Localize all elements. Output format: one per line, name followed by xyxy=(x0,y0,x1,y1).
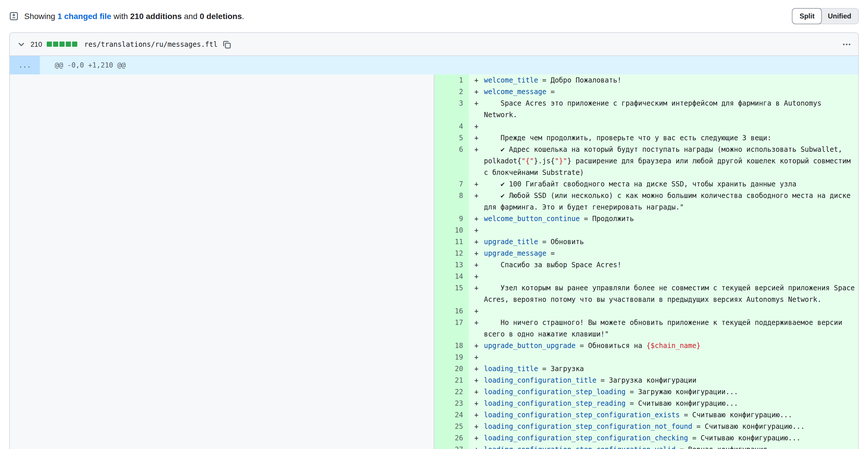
file-diff-icon[interactable] xyxy=(9,11,19,21)
diff-line: 17+ Но ничего страшного! Вы можете обнов… xyxy=(434,317,858,340)
line-number[interactable]: 15 xyxy=(434,282,469,305)
diff-summary-text: Showing 1 changed file with 210 addition… xyxy=(24,11,244,21)
diff-line: 6+ ✔ Адрес кошелька на который будут пос… xyxy=(434,144,858,178)
diffstat-addition-block xyxy=(47,41,52,47)
line-number[interactable]: 11 xyxy=(434,236,469,247)
code-line-content: loading_title = Загрузка xyxy=(484,363,858,375)
addition-marker: + xyxy=(469,282,484,305)
line-number[interactable]: 6 xyxy=(434,144,469,178)
addition-marker: + xyxy=(469,213,484,224)
code-line-content: loading_configuration_step_reading = Счи… xyxy=(484,398,858,409)
unified-view-button[interactable]: Unified xyxy=(819,8,859,24)
addition-marker: + xyxy=(469,178,484,190)
diff-line: 21+loading_configuration_title = Загрузк… xyxy=(434,375,858,386)
code-line-content: upgrade_button_upgrade = Обновиться на {… xyxy=(484,340,858,352)
file-diff-card: 210 res/translations/ru/messages.ftl ...… xyxy=(9,32,859,449)
line-number[interactable]: 27 xyxy=(434,444,469,449)
file-name: res/translations/ru/messages.ftl xyxy=(84,40,217,48)
addition-marker: + xyxy=(469,340,484,352)
code-line-content: loading_configuration_step_configuration… xyxy=(484,444,858,449)
diff-line: 12+upgrade_message = xyxy=(434,247,858,259)
hunk-header-row: ... @@ -0,0 +1,210 @@ xyxy=(10,56,858,74)
diff-line: 18+upgrade_button_upgrade = Обновиться н… xyxy=(434,340,858,352)
diffstat-addition-block xyxy=(72,41,77,47)
split-diff: 1+welcome_title = Добро Пожаловать!2+wel… xyxy=(10,74,858,449)
code-line-content: loading_configuration_step_loading = Заг… xyxy=(484,386,858,398)
line-number[interactable]: 13 xyxy=(434,259,469,271)
code-line-content: Спасибо за выбор Space Acres! xyxy=(484,259,858,271)
line-number[interactable]: 21 xyxy=(434,375,469,386)
diff-line: 8+ ✔ Любой SSD (или несколько) с как мож… xyxy=(434,190,858,213)
diff-line: 19+ xyxy=(434,352,858,363)
code-line-content xyxy=(484,305,858,317)
line-number[interactable]: 1 xyxy=(434,74,469,86)
summary-deletions: 0 deletions xyxy=(200,11,242,21)
code-line-content: loading_configuration_title = Загрузка к… xyxy=(484,375,858,386)
line-number[interactable]: 9 xyxy=(434,213,469,224)
diff-page: Showing 1 changed file with 210 addition… xyxy=(0,0,868,449)
line-number[interactable]: 19 xyxy=(434,352,469,363)
line-number[interactable]: 17 xyxy=(434,317,469,340)
line-number[interactable]: 18 xyxy=(434,340,469,352)
code-line-content xyxy=(484,271,858,282)
line-number[interactable]: 8 xyxy=(434,190,469,213)
diff-summary-bar: Showing 1 changed file with 210 addition… xyxy=(0,0,868,32)
diff-line: 24+loading_configuration_step_configurat… xyxy=(434,409,858,421)
addition-marker: + xyxy=(469,444,484,449)
code-line-content: ✔ Любой SSD (или несколько) с как можно … xyxy=(484,190,858,213)
code-line-content: upgrade_message = xyxy=(484,247,858,259)
line-number[interactable]: 5 xyxy=(434,132,469,144)
line-number[interactable]: 23 xyxy=(434,398,469,409)
line-number[interactable]: 3 xyxy=(434,97,469,121)
addition-marker: + xyxy=(469,409,484,421)
line-number[interactable]: 20 xyxy=(434,363,469,375)
line-number[interactable]: 26 xyxy=(434,432,469,444)
diff-left-empty xyxy=(10,74,434,449)
line-number[interactable]: 14 xyxy=(434,271,469,282)
summary-additions: 210 additions xyxy=(130,11,182,21)
diffstat-blocks xyxy=(47,41,77,47)
file-header: 210 res/translations/ru/messages.ftl xyxy=(10,33,858,56)
summary-period: . xyxy=(242,11,244,21)
code-line-content xyxy=(484,224,858,236)
code-line-content: upgrade_title = Обновить xyxy=(484,236,858,247)
addition-marker: + xyxy=(469,86,484,97)
split-view-button[interactable]: Split xyxy=(792,8,822,24)
changed-files-link[interactable]: 1 changed file xyxy=(57,11,111,21)
line-number[interactable]: 4 xyxy=(434,121,469,132)
line-number[interactable]: 25 xyxy=(434,421,469,432)
diff-line: 4+ xyxy=(434,121,858,132)
code-line-content: Но ничего страшного! Вы можете обновить … xyxy=(484,317,858,340)
code-line-content: ✔ 100 Гигабайт свободного места на диске… xyxy=(484,178,858,190)
line-number[interactable]: 12 xyxy=(434,247,469,259)
code-line-content: welcome_title = Добро Пожаловать! xyxy=(484,74,858,86)
code-line-content: loading_configuration_step_configuration… xyxy=(484,432,858,444)
line-number[interactable]: 7 xyxy=(434,178,469,190)
file-options-kebab-icon[interactable] xyxy=(842,39,851,49)
diff-line: 9+welcome_button_continue = Продолжить xyxy=(434,213,858,224)
line-number[interactable]: 2 xyxy=(434,86,469,97)
hunk-header-text: @@ -0,0 +1,210 @@ xyxy=(40,56,126,74)
addition-marker: + xyxy=(469,398,484,409)
diff-line: 13+ Спасибо за выбор Space Acres! xyxy=(434,259,858,271)
code-line-content xyxy=(484,352,858,363)
line-number[interactable]: 22 xyxy=(434,386,469,398)
line-number[interactable]: 24 xyxy=(434,409,469,421)
code-line-content xyxy=(484,121,858,132)
diff-line: 20+loading_title = Загрузка xyxy=(434,363,858,375)
copy-file-path-icon[interactable] xyxy=(222,39,231,49)
addition-marker: + xyxy=(469,224,484,236)
diff-line: 2+welcome_message = xyxy=(434,86,858,97)
line-number[interactable]: 10 xyxy=(434,224,469,236)
line-number[interactable]: 16 xyxy=(434,305,469,317)
code-line-content: welcome_message = xyxy=(484,86,858,97)
collapse-file-chevron-down-icon[interactable] xyxy=(17,39,26,49)
diff-line: 26+loading_configuration_step_configurat… xyxy=(434,432,858,444)
file-additions-count: 210 xyxy=(31,40,42,48)
expand-hunk-button[interactable]: ... xyxy=(10,56,40,74)
diff-line: 14+ xyxy=(434,271,858,282)
addition-marker: + xyxy=(469,132,484,144)
addition-marker: + xyxy=(469,432,484,444)
code-line-content: Узел которым вы ранее управляли более не… xyxy=(484,282,858,305)
addition-marker: + xyxy=(469,386,484,398)
